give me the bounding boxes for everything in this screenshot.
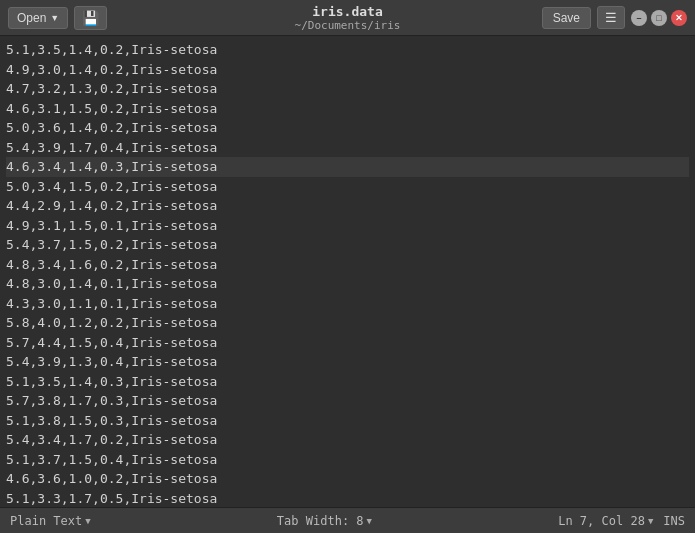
- close-button[interactable]: ✕: [671, 10, 687, 26]
- ins-mode-label: INS: [663, 514, 685, 528]
- titlebar: Open ▼ 💾 iris.data ~/Documents/iris Save…: [0, 0, 695, 36]
- table-row: 5.0,3.6,1.4,0.2,Iris-setosa: [6, 118, 689, 138]
- file-type-chevron-icon: ▼: [85, 516, 90, 526]
- table-row: 4.8,3.0,1.4,0.1,Iris-setosa: [6, 274, 689, 294]
- file-type-selector[interactable]: Plain Text ▼: [10, 514, 91, 528]
- window-title-path: ~/Documents/iris: [295, 19, 401, 32]
- position-chevron-icon: ▼: [648, 516, 653, 526]
- open-label: Open: [17, 11, 46, 25]
- table-row: 4.4,2.9,1.4,0.2,Iris-setosa: [6, 196, 689, 216]
- titlebar-right: Save ☰ – □ ✕: [542, 6, 687, 29]
- tab-width-chevron-icon: ▼: [367, 516, 372, 526]
- table-row: 5.4,3.7,1.5,0.2,Iris-setosa: [6, 235, 689, 255]
- minimize-button[interactable]: –: [631, 10, 647, 26]
- table-row: 5.4,3.9,1.7,0.4,Iris-setosa: [6, 138, 689, 158]
- table-row: 5.1,3.5,1.4,0.3,Iris-setosa: [6, 372, 689, 392]
- cursor-position[interactable]: Ln 7, Col 28 ▼: [558, 514, 653, 528]
- floppy-icon: 💾: [82, 10, 99, 26]
- table-row: 5.4,3.4,1.7,0.2,Iris-setosa: [6, 430, 689, 450]
- editor-area[interactable]: 5.1,3.5,1.4,0.2,Iris-setosa4.9,3.0,1.4,0…: [0, 36, 695, 507]
- table-row: 4.9,3.1,1.5,0.1,Iris-setosa: [6, 216, 689, 236]
- table-row: 5.4,3.9,1.3,0.4,Iris-setosa: [6, 352, 689, 372]
- window-controls: – □ ✕: [631, 10, 687, 26]
- window-title-filename: iris.data: [295, 4, 401, 19]
- open-button[interactable]: Open ▼: [8, 7, 68, 29]
- table-row: 5.1,3.8,1.5,0.3,Iris-setosa: [6, 411, 689, 431]
- tab-width-selector[interactable]: Tab Width: 8 ▼: [277, 514, 372, 528]
- statusbar-center: Tab Width: 8 ▼: [277, 514, 372, 528]
- table-row: 4.6,3.4,1.4,0.3,Iris-setosa: [6, 157, 689, 177]
- statusbar-left: Plain Text ▼: [10, 514, 91, 528]
- table-row: 5.7,4.4,1.5,0.4,Iris-setosa: [6, 333, 689, 353]
- statusbar-right: Ln 7, Col 28 ▼ INS: [558, 514, 685, 528]
- table-row: 4.8,3.4,1.6,0.2,Iris-setosa: [6, 255, 689, 275]
- table-row: 5.7,3.8,1.7,0.3,Iris-setosa: [6, 391, 689, 411]
- table-row: 4.7,3.2,1.3,0.2,Iris-setosa: [6, 79, 689, 99]
- table-row: 5.1,3.5,1.4,0.2,Iris-setosa: [6, 40, 689, 60]
- table-row: 5.1,3.7,1.5,0.4,Iris-setosa: [6, 450, 689, 470]
- maximize-button[interactable]: □: [651, 10, 667, 26]
- save-icon-button[interactable]: 💾: [74, 6, 107, 30]
- tab-width-label: Tab Width: 8: [277, 514, 364, 528]
- statusbar: Plain Text ▼ Tab Width: 8 ▼ Ln 7, Col 28…: [0, 507, 695, 533]
- table-row: 4.9,3.0,1.4,0.2,Iris-setosa: [6, 60, 689, 80]
- table-row: 4.3,3.0,1.1,0.1,Iris-setosa: [6, 294, 689, 314]
- menu-icon: ☰: [605, 10, 617, 25]
- menu-button[interactable]: ☰: [597, 6, 625, 29]
- table-row: 5.1,3.3,1.7,0.5,Iris-setosa: [6, 489, 689, 508]
- table-row: 4.6,3.1,1.5,0.2,Iris-setosa: [6, 99, 689, 119]
- open-chevron-icon: ▼: [50, 13, 59, 23]
- table-row: 4.6,3.6,1.0,0.2,Iris-setosa: [6, 469, 689, 489]
- save-button[interactable]: Save: [542, 7, 591, 29]
- titlebar-left: Open ▼ 💾: [8, 6, 107, 30]
- file-type-label: Plain Text: [10, 514, 82, 528]
- cursor-position-label: Ln 7, Col 28: [558, 514, 645, 528]
- titlebar-center: iris.data ~/Documents/iris: [295, 4, 401, 32]
- table-row: 5.8,4.0,1.2,0.2,Iris-setosa: [6, 313, 689, 333]
- table-row: 5.0,3.4,1.5,0.2,Iris-setosa: [6, 177, 689, 197]
